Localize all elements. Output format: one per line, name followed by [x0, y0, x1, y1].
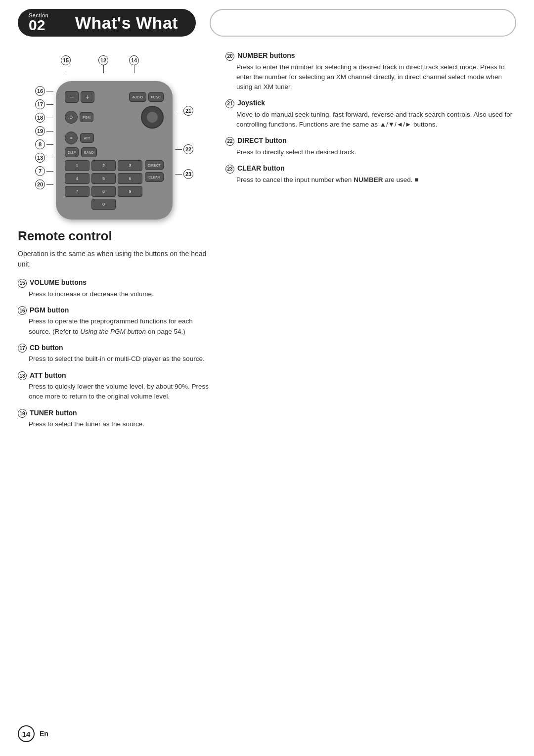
- item-22-num: 22: [225, 137, 234, 146]
- section-badge: Section 02: [18, 9, 57, 37]
- item-16-num: 16: [18, 306, 27, 315]
- item-18-label: ATT button: [30, 371, 66, 379]
- callout-19: 19: [35, 126, 45, 136]
- item-21-header: 21 Joystick: [225, 99, 516, 108]
- remote-diagram-wrapper: 15 12 14 16: [35, 51, 193, 220]
- page-footer: 14 En: [18, 725, 48, 742]
- item-21-num: 21: [225, 99, 234, 108]
- remote-pgm-btn[interactable]: PGM: [80, 112, 93, 122]
- item-22-header: 22 DIRECT button: [225, 136, 516, 146]
- callout-18: 18: [35, 113, 45, 123]
- callout-13: 13: [35, 153, 45, 163]
- remote-direct-btn[interactable]: DIRECT: [145, 160, 164, 170]
- item-19-num: 19: [18, 409, 27, 418]
- callout-14: 14: [129, 55, 139, 65]
- remote-disp-btn[interactable]: DISP: [65, 147, 79, 157]
- item-19-label: TUNER button: [30, 409, 77, 417]
- item-20-header: 20 NUMBER buttons: [225, 51, 516, 61]
- item-16-desc: Press to operate the preprogrammed funct…: [18, 316, 211, 337]
- item-17-header: 17 CD button: [18, 344, 211, 353]
- item-19-desc: Press to select the tuner as the source.: [18, 419, 211, 429]
- left-items: 15 VOLUME buttons Press to increase or d…: [18, 278, 211, 429]
- remote-btn-9[interactable]: 9: [118, 186, 142, 197]
- callout-12: 12: [98, 55, 108, 65]
- header-title-box: What's What: [57, 9, 196, 37]
- callout-8: 8: [35, 139, 45, 149]
- callout-7: 7: [35, 166, 45, 176]
- item-21-label: Joystick: [237, 99, 265, 107]
- callout-23: 23: [183, 169, 193, 179]
- remote-btn-3[interactable]: 3: [118, 160, 142, 171]
- item-23-desc: Press to cancel the input number when NU…: [225, 175, 516, 185]
- item-20: 20 NUMBER buttons Press to enter the num…: [225, 51, 516, 92]
- main-content: 15 12 14 16: [0, 37, 534, 436]
- remote-btn-1[interactable]: 1: [65, 160, 89, 171]
- item-17-num: 17: [18, 344, 27, 353]
- callout-16: 16: [35, 86, 45, 96]
- item-19-header: 19 TUNER button: [18, 409, 211, 418]
- item-20-num: 20: [225, 52, 234, 61]
- item-15: 15 VOLUME buttons Press to increase or d…: [18, 278, 211, 299]
- header: Section 02 What's What: [0, 0, 534, 37]
- right-column: 20 NUMBER buttons Press to enter the num…: [225, 51, 516, 436]
- page-title: What's What: [75, 13, 178, 33]
- page-number: 14: [18, 725, 35, 742]
- item-18: 18 ATT button Press to quickly lower the…: [18, 371, 211, 402]
- item-22-desc: Press to directly select the desired tra…: [225, 147, 516, 157]
- remote-func-btn[interactable]: FUNC: [148, 92, 164, 102]
- callout-15: 15: [61, 55, 71, 65]
- callout-22: 22: [183, 144, 193, 154]
- item-15-num: 15: [18, 279, 27, 288]
- remote-vol-plus[interactable]: +: [81, 91, 94, 103]
- item-17: 17 CD button Press to select the built-i…: [18, 344, 211, 364]
- remote-vol-minus[interactable]: −: [65, 91, 79, 103]
- item-23-header: 23 CLEAR button: [225, 164, 516, 174]
- item-17-label: CD button: [30, 344, 63, 352]
- item-23: 23 CLEAR button Press to cancel the inpu…: [225, 164, 516, 185]
- section-label: Section: [29, 12, 48, 18]
- item-15-header: 15 VOLUME buttons: [18, 278, 211, 288]
- remote-btn-5[interactable]: 5: [91, 173, 116, 184]
- remote-btn-0[interactable]: 0: [91, 199, 116, 210]
- item-19: 19 TUNER button Press to select the tune…: [18, 409, 211, 430]
- item-21-desc: Move to do manual seek tuning, fast forw…: [225, 110, 516, 130]
- callout-17: 17: [35, 99, 45, 109]
- item-20-desc: Press to enter the number for selecting …: [225, 62, 516, 92]
- remote-cd-btn[interactable]: ⊙: [65, 111, 78, 124]
- item-23-label: CLEAR button: [237, 164, 285, 172]
- remote-clear-btn[interactable]: CLEAR: [145, 172, 164, 182]
- item-16-label: PGM button: [30, 306, 69, 314]
- page-language: En: [40, 730, 48, 738]
- remote-att-btn[interactable]: ATT: [80, 133, 94, 143]
- remote-btn-2[interactable]: 2: [91, 160, 116, 171]
- remote-btn-6[interactable]: 6: [118, 173, 142, 184]
- remote-btn-8[interactable]: 8: [91, 186, 116, 197]
- remote-tuner-btn[interactable]: ≡: [65, 132, 78, 144]
- item-18-header: 18 ATT button: [18, 371, 211, 381]
- section-title: Remote control: [18, 228, 211, 244]
- left-column: 15 12 14 16: [18, 51, 211, 436]
- item-23-num: 23: [225, 165, 234, 174]
- item-22: 22 DIRECT button Press to directly selec…: [225, 136, 516, 157]
- item-17-desc: Press to select the built-in or multi-CD…: [18, 354, 211, 364]
- item-16-header: 16 PGM button: [18, 306, 211, 315]
- item-21: 21 Joystick Move to do manual seek tunin…: [225, 99, 516, 130]
- item-16: 16 PGM button Press to operate the prepr…: [18, 306, 211, 337]
- item-20-label: NUMBER buttons: [237, 51, 295, 59]
- remote-btn-4[interactable]: 4: [65, 173, 89, 184]
- remote-btn-7[interactable]: 7: [65, 186, 89, 197]
- callout-20: 20: [35, 179, 45, 189]
- item-15-desc: Press to increase or decrease the volume…: [18, 289, 211, 299]
- item-15-label: VOLUME buttons: [30, 278, 87, 286]
- header-right-placeholder: [210, 9, 516, 37]
- item-18-desc: Press to quickly lower the volume level,…: [18, 382, 211, 402]
- section-number: 02: [29, 17, 45, 34]
- callout-21: 21: [183, 106, 193, 116]
- intro-text: Operation is the same as when using the …: [18, 249, 211, 269]
- remote-band-btn[interactable]: BAND: [81, 147, 96, 157]
- remote-joystick[interactable]: [141, 106, 164, 129]
- remote-audio-btn[interactable]: AUDIO: [129, 92, 146, 102]
- item-22-label: DIRECT button: [237, 136, 287, 144]
- item-18-num: 18: [18, 371, 27, 380]
- remote-body: − + AUDIO FUNC ⊙ PGM: [56, 81, 173, 220]
